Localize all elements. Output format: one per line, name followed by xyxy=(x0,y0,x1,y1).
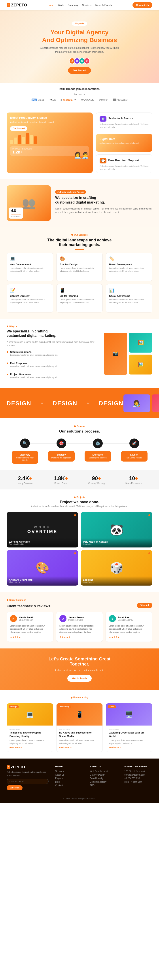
projects-desc: A short sentence focused on the main ben… xyxy=(6,505,153,508)
test-2-role: Designer, Studio xyxy=(68,619,84,621)
service-brand-title: Brand Development xyxy=(109,263,149,266)
test-title: Client feedback & reviews. xyxy=(6,604,51,608)
footer-link-about[interactable]: About Us xyxy=(55,773,83,776)
project-1-title: Working Overtime xyxy=(9,540,76,543)
test-2-stars: ★★★★★ xyxy=(60,636,99,638)
project-3-dot xyxy=(74,552,76,554)
footer-home-col: HOME Services About Us Projects Blog Con… xyxy=(55,765,83,790)
nav-services[interactable]: Services xyxy=(82,4,91,6)
service-web-title: Web Development xyxy=(10,263,50,266)
nav-news[interactable]: News & Events xyxy=(95,4,112,6)
cta-button[interactable]: Get In Touch xyxy=(67,675,92,682)
test-3-text: Lorem ipsum dolor sit amet consectetur a… xyxy=(109,624,149,634)
footer-email[interactable]: contact@zepeto.com xyxy=(124,773,153,776)
project-4-sub: Logo Design xyxy=(83,581,150,583)
services-section: Our Services The digital landscape and a… xyxy=(0,227,159,319)
project-artboard: 🎨 Artboard Bright Wall Photography xyxy=(6,550,78,585)
testimonial-2: J James Brown Designer, Studio Lorem ips… xyxy=(56,612,103,642)
why-label-dot xyxy=(6,326,8,327)
rating-label: Top Rating xyxy=(11,215,21,217)
nav-work[interactable]: Work xyxy=(58,4,64,6)
hero-cta-button[interactable]: Get Started xyxy=(68,67,91,74)
stats-section: 2.4K+ Happy Customer 1.8K+ Project Done … xyxy=(0,470,159,490)
step-2-desc: Planning the approach xyxy=(51,457,72,459)
step-launch: 🚀 Launch Delivering results xyxy=(116,439,153,461)
footer-link-brand[interactable]: Brand Identity xyxy=(90,777,118,780)
footer-link-graphic[interactable]: Graphic Design xyxy=(90,773,118,776)
scalable-icon: 🛡️ xyxy=(99,116,106,122)
subscribe-button[interactable]: Subscribe xyxy=(6,785,22,790)
support-icon: 💬 xyxy=(99,158,106,164)
blog-label: From our blog xyxy=(6,696,153,699)
stat-projects: 1.8K+ Project Done xyxy=(54,475,68,485)
blog-title-3: Exploring Cyberspace with VR World xyxy=(109,731,150,738)
footer-link-seo[interactable]: SEO xyxy=(90,784,118,787)
service-social-desc: Lorem ipsum dolor sit amet consectetur a… xyxy=(109,298,149,304)
project-4-overlay: Logoline Logo Design xyxy=(81,576,153,585)
step-2-title: Strategy xyxy=(51,453,72,456)
footer-link-services[interactable]: Services xyxy=(55,770,83,773)
footer-link-contact[interactable]: Contact xyxy=(55,784,83,787)
stat-customers: 2.4K+ Happy Customer xyxy=(17,475,33,485)
brands-row: PayCloud TALA 8essential✦ ◆ QUAKEE ⊕TOTS… xyxy=(6,98,153,101)
step-3-desc: Building the solution xyxy=(87,457,109,459)
feat-title-3: Digital Data xyxy=(99,137,149,141)
footer-link-blog[interactable]: Blog xyxy=(55,781,83,783)
why-dot-3 xyxy=(6,374,8,375)
footer-phone[interactable]: +1 234 567 890 xyxy=(124,777,153,780)
design-img-2: 👨‍💻 xyxy=(152,395,159,412)
service-digital-icon: 📱 xyxy=(60,288,99,293)
step-2-line xyxy=(61,443,98,444)
hero-description: A short sentence focused on the main ben… xyxy=(38,46,121,54)
service-web-desc: Lorem ipsum dolor sit amet consectetur a… xyxy=(10,267,50,273)
service-content-icon: 📝 xyxy=(10,288,50,293)
step-4-circle: 🚀 xyxy=(129,439,139,448)
footer-link-webdev[interactable]: Web Development xyxy=(90,770,118,773)
hero-avatars: A B C D xyxy=(6,58,153,64)
blog-section: From our blog 💻 Design Dec 10, 2024 Thin… xyxy=(0,690,159,759)
blog-read-more-3[interactable]: Read More → xyxy=(109,746,121,749)
test-1-role: CEO, Company xyxy=(19,619,33,621)
project-3-overlay: Artboard Bright Wall Photography xyxy=(6,576,78,585)
step-1-circle: 🔍 xyxy=(20,439,30,448)
brand-paycloud: PayCloud xyxy=(31,99,45,101)
testimonials-section: Client Solutions Client feedback & revie… xyxy=(0,592,159,649)
footer-logo: Z ZEPETO xyxy=(6,765,49,769)
contact-button[interactable]: Contact Us xyxy=(132,2,153,8)
test-2-name: James Brown xyxy=(68,616,84,619)
blog-read-more-2[interactable]: Read More → xyxy=(59,746,72,749)
test-cards: N Nicole Smith CEO, Company Lorem ipsum … xyxy=(6,612,153,642)
design-scroll-text: DESIGN ✦ DESIGN ✦ DESIGN xyxy=(6,400,123,407)
feat-cta-1[interactable]: Get Started xyxy=(10,126,27,131)
nav-company[interactable]: Company xyxy=(68,4,78,6)
nav-home[interactable]: Home xyxy=(48,4,54,6)
bar-1 xyxy=(10,140,13,144)
cta-title: Let's Create Something Great Together. xyxy=(6,656,153,667)
why-img-2-placeholder: 🖼️ xyxy=(129,332,153,353)
footer-bottom: © 2024 Zepeto. All Rights Reserved. xyxy=(6,795,153,800)
project-3-sub: Photography xyxy=(9,581,76,583)
footer-link-projects[interactable]: Projects xyxy=(55,777,83,780)
footer: Z ZEPETO A short sentence focused on the… xyxy=(0,759,159,803)
project-logoline: 🎲 Logoline Logo Design xyxy=(81,550,153,585)
view-all-button[interactable]: View All xyxy=(137,603,153,608)
digital-data-card: Digital Data A short sentence focused on… xyxy=(96,134,153,152)
project-2-overlay: Poly Maze on Canvas Illustration xyxy=(81,538,153,547)
blog-read-more-1[interactable]: Read More → xyxy=(9,746,22,749)
service-content: 📝 Content Strategy Lorem ipsum dolor sit… xyxy=(6,284,53,312)
feat-title-4: Free Premium Support xyxy=(108,159,139,162)
why-dot-2 xyxy=(6,363,8,364)
blog-tag-3: Tech xyxy=(108,705,116,708)
test-1-text: Lorem ipsum dolor sit amet consectetur a… xyxy=(10,624,50,634)
why-section: Why Us We specialize in crafting customi… xyxy=(0,319,159,388)
services-label-dot xyxy=(71,234,73,235)
digital-title: We specialize in crafting customized dig… xyxy=(55,196,153,205)
newsletter-input[interactable] xyxy=(6,779,49,784)
step-execution: ⚙️ Execution Building the solution xyxy=(80,439,116,461)
hero-section: Upgrade Your Digital Agency And Optimizi… xyxy=(0,10,159,83)
step-4-desc: Delivering results xyxy=(124,457,145,459)
footer-hours: Mon-Fri 9am-6pm xyxy=(124,781,153,783)
feat-desc-1: A short sentence focused on the main ben… xyxy=(10,121,89,124)
footer-link-content[interactable]: Content Strategy xyxy=(90,781,118,783)
navbar: Z ZEPETO Home Work Company Services News… xyxy=(0,0,159,10)
